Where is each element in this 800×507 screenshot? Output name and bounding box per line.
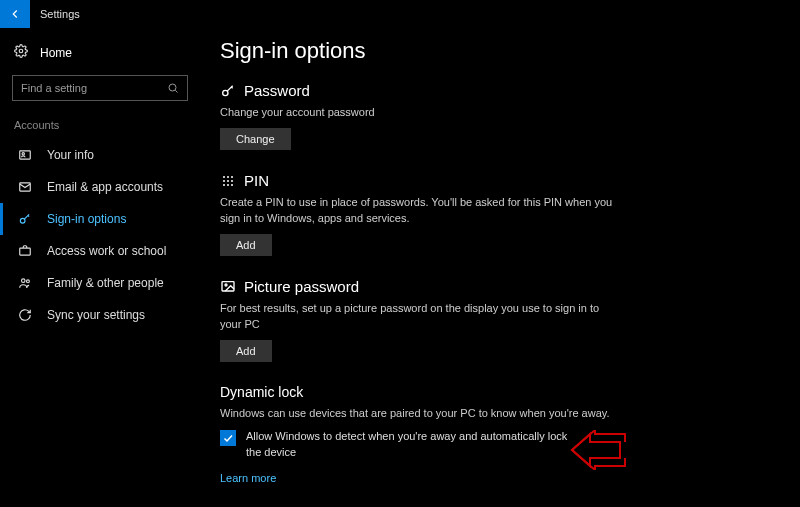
add-picture-password-button[interactable]: Add xyxy=(220,340,272,362)
page-title: Sign-in options xyxy=(220,38,770,64)
picture-password-section: Picture password For best results, set u… xyxy=(220,278,620,362)
section-desc: Create a PIN to use in place of password… xyxy=(220,195,620,226)
dynamic-lock-section: Dynamic lock Windows can use devices tha… xyxy=(220,384,620,485)
dynamic-lock-checkbox[interactable]: Allow Windows to detect when you're away… xyxy=(220,429,580,460)
svg-point-18 xyxy=(227,184,229,186)
nav-label: Your info xyxy=(47,148,94,162)
checkbox-checked-icon xyxy=(220,430,236,446)
nav-email-accounts[interactable]: Email & app accounts xyxy=(0,171,200,203)
nav-sign-in-options[interactable]: Sign-in options xyxy=(0,203,200,235)
picture-icon xyxy=(220,279,236,295)
mail-icon xyxy=(17,179,33,195)
section-desc: Windows can use devices that are paired … xyxy=(220,406,620,421)
nav-your-info[interactable]: Your info xyxy=(0,139,200,171)
nav-family-people[interactable]: Family & other people xyxy=(0,267,200,299)
search-box[interactable] xyxy=(12,75,188,101)
pin-section: PIN Create a PIN to use in place of pass… xyxy=(220,172,620,256)
svg-point-12 xyxy=(227,176,229,178)
keypad-icon xyxy=(220,173,236,189)
svg-point-16 xyxy=(231,180,233,182)
svg-point-1 xyxy=(169,84,176,91)
nav-access-work[interactable]: Access work or school xyxy=(0,235,200,267)
search-icon xyxy=(167,82,179,94)
key-icon xyxy=(17,211,33,227)
section-heading: Picture password xyxy=(244,278,359,295)
section-heading: Password xyxy=(244,82,310,99)
svg-point-4 xyxy=(22,153,24,155)
sidebar: Home Accounts Your info Email & app acco… xyxy=(0,28,200,507)
titlebar: Settings xyxy=(0,0,800,28)
back-button[interactable] xyxy=(0,0,30,28)
briefcase-icon xyxy=(17,243,33,259)
learn-more-link[interactable]: Learn more xyxy=(220,472,276,484)
svg-point-9 xyxy=(26,280,29,283)
svg-rect-3 xyxy=(20,151,31,159)
home-nav[interactable]: Home xyxy=(0,38,200,67)
svg-point-19 xyxy=(231,184,233,186)
svg-point-11 xyxy=(223,176,225,178)
back-arrow-icon xyxy=(8,7,22,21)
nav-group-header: Accounts xyxy=(0,115,200,139)
section-desc: For best results, set up a picture passw… xyxy=(220,301,620,332)
svg-point-10 xyxy=(223,90,228,95)
svg-line-2 xyxy=(175,90,177,92)
main-pane: Sign-in options Password Change your acc… xyxy=(200,28,800,507)
svg-point-6 xyxy=(20,218,25,223)
svg-point-8 xyxy=(22,279,26,283)
nav-label: Access work or school xyxy=(47,244,166,258)
svg-point-21 xyxy=(225,284,227,286)
svg-point-0 xyxy=(19,49,23,53)
section-heading: Dynamic lock xyxy=(220,384,620,400)
person-card-icon xyxy=(17,147,33,163)
checkbox-label: Allow Windows to detect when you're away… xyxy=(246,429,580,460)
add-pin-button[interactable]: Add xyxy=(220,234,272,256)
nav-label: Sync your settings xyxy=(47,308,145,322)
key-icon xyxy=(220,83,236,99)
change-password-button[interactable]: Change xyxy=(220,128,291,150)
svg-point-17 xyxy=(223,184,225,186)
svg-point-15 xyxy=(227,180,229,182)
section-heading: PIN xyxy=(244,172,269,189)
people-icon xyxy=(17,275,33,291)
password-section: Password Change your account password Ch… xyxy=(220,82,620,150)
svg-rect-7 xyxy=(20,248,31,255)
search-input[interactable] xyxy=(21,82,161,94)
nav-sync-settings[interactable]: Sync your settings xyxy=(0,299,200,331)
section-desc: Change your account password xyxy=(220,105,620,120)
home-label: Home xyxy=(40,46,72,60)
svg-point-13 xyxy=(231,176,233,178)
svg-point-14 xyxy=(223,180,225,182)
gear-icon xyxy=(14,44,28,61)
window-title: Settings xyxy=(30,8,80,20)
nav-label: Email & app accounts xyxy=(47,180,163,194)
sync-icon xyxy=(17,307,33,323)
nav-label: Sign-in options xyxy=(47,212,126,226)
nav-label: Family & other people xyxy=(47,276,164,290)
